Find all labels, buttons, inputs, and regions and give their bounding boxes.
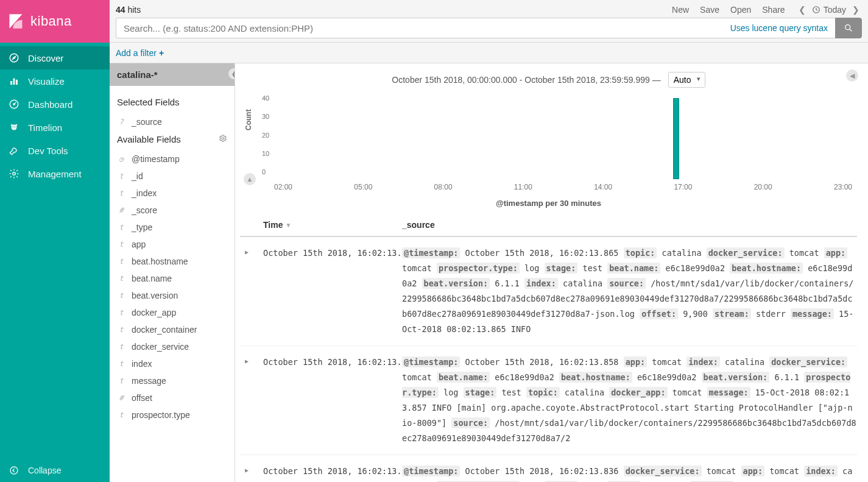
sidebar: kibana DiscoverVisualizeDashboardTimelio… <box>0 0 110 482</box>
add-filter-button[interactable]: Add a filter + <box>116 48 164 58</box>
field-label: offset: <box>640 308 678 319</box>
doc-table: Time ▼ _source ▶ October 15th 2018, 16:0… <box>240 215 857 482</box>
field-label: index: <box>686 356 720 367</box>
field-label: beat.name: <box>607 263 660 274</box>
collapse-fields-icon[interactable]: ❮ <box>228 68 235 79</box>
search-icon <box>844 23 853 33</box>
index-pattern-header[interactable]: catalina-* ❮ <box>110 63 235 86</box>
row-time: October 15th 2018, 16:02:13.865 <box>263 246 402 337</box>
field-label: index: <box>524 278 558 289</box>
field-app[interactable]: tapp <box>117 236 227 253</box>
nav-item-discover[interactable]: Discover <box>0 46 110 69</box>
time-label: Today <box>824 5 846 15</box>
expand-row-button[interactable]: ▶ <box>245 355 263 446</box>
main: 44 hits NewSaveOpenShare ❮ Today ❯ <box>110 0 868 482</box>
collapse-button[interactable]: Collapse <box>0 459 110 482</box>
field--index[interactable]: t_index <box>117 185 227 202</box>
chart-caption: @timestamp per 30 minutes <box>240 199 857 208</box>
field-label: message: <box>791 308 834 319</box>
doc-row: ▶ October 15th 2018, 16:02:13.865 @times… <box>240 237 857 346</box>
field-label: beat.hostname: <box>730 263 803 274</box>
nav-item-timelion[interactable]: Timelion <box>0 116 110 139</box>
search-input[interactable] <box>124 23 730 34</box>
field-index[interactable]: tindex <box>117 355 227 372</box>
field-offset[interactable]: #offset <box>117 389 227 406</box>
search-hint[interactable]: Uses lucene query syntax <box>730 23 828 33</box>
field-message[interactable]: tmessage <box>117 372 227 389</box>
field-type-icon: t <box>117 189 125 197</box>
svg-rect-4 <box>16 80 18 85</box>
field-label: app: <box>741 466 765 477</box>
fields-settings-button[interactable] <box>219 134 227 144</box>
row-source: @timestamp: October 15th 2018, 16:02:13.… <box>402 355 857 446</box>
field-label: stage: <box>464 387 497 398</box>
collapse-label: Collapse <box>28 466 61 475</box>
time-next-icon[interactable]: ❯ <box>850 5 862 15</box>
expand-row-button[interactable]: ▶ <box>245 246 263 337</box>
field-prospector-type[interactable]: tprospector.type <box>117 406 227 424</box>
field--type[interactable]: t_type <box>117 219 227 236</box>
row-source: @timestamp: October 15th 2018, 16:02:13.… <box>402 464 857 482</box>
action-save[interactable]: Save <box>700 5 719 15</box>
action-open[interactable]: Open <box>730 5 751 15</box>
content: catalina-* ❮ Selected Fields ?_source Av… <box>110 63 868 482</box>
field-type-icon: # <box>117 394 125 402</box>
svg-line-16 <box>850 29 852 32</box>
nav-item-dashboard[interactable]: Dashboard <box>0 93 110 116</box>
bar-chart-icon <box>9 76 19 87</box>
search-button[interactable] <box>835 18 862 38</box>
histogram-chart[interactable]: Count 02:0005:0008:0011:0014:0017:0020:0… <box>255 93 857 196</box>
field-beat-hostname[interactable]: tbeat.hostname <box>117 253 227 270</box>
x-tick: 23:00 <box>834 183 852 191</box>
nav-item-visualize[interactable]: Visualize <box>0 69 110 93</box>
expand-row-button[interactable]: ▶ <box>245 464 263 482</box>
field-type-icon: t <box>117 411 125 419</box>
interval-select[interactable]: Auto <box>668 72 705 88</box>
searchbar: Uses lucene query syntax <box>116 18 862 38</box>
gear-icon <box>219 134 227 143</box>
field-label: beat.version: <box>422 278 490 289</box>
clock-icon[interactable]: Today <box>812 5 846 15</box>
topbar: 44 hits NewSaveOpenShare ❮ Today ❯ <box>110 0 868 43</box>
field-beat-name[interactable]: tbeat.name <box>117 270 227 287</box>
field-type-icon: t <box>117 360 125 368</box>
field-docker-container[interactable]: tdocker_container <box>117 321 227 338</box>
chart-reset-button[interactable]: ◀ <box>846 69 858 82</box>
row-source: @timestamp: October 15th 2018, 16:02:13.… <box>402 246 857 337</box>
row-time: October 15th 2018, 16:02:13.836 <box>263 464 402 482</box>
x-tick: 05:00 <box>354 183 372 191</box>
field-label: @timestamp: <box>402 247 460 258</box>
field-label: source: <box>607 278 646 289</box>
action-share[interactable]: Share <box>762 5 785 15</box>
svg-rect-2 <box>10 81 12 85</box>
field-type-icon: t <box>117 325 125 334</box>
y-tick: 30 <box>262 113 269 120</box>
field-type-icon: t <box>117 342 125 351</box>
nav-item-management[interactable]: Management <box>0 162 110 185</box>
field-label: beat.hostname: <box>559 372 632 383</box>
field-type-icon: t <box>117 240 125 249</box>
field--source[interactable]: ?_source <box>117 113 227 130</box>
time-prev-icon[interactable]: ❮ <box>796 5 808 15</box>
nav-item-dev-tools[interactable]: Dev Tools <box>0 139 110 162</box>
col-time-header[interactable]: Time ▼ <box>263 220 402 230</box>
field-beat-version[interactable]: tbeat.version <box>117 287 227 304</box>
sort-desc-icon: ▼ <box>285 222 291 229</box>
svg-point-11 <box>15 124 17 126</box>
field-label: app: <box>624 356 647 367</box>
index-pattern-name: catalina-* <box>117 69 158 80</box>
field-docker-service[interactable]: tdocker_service <box>117 338 227 355</box>
field--score[interactable]: #_score <box>117 202 227 219</box>
action-new[interactable]: New <box>672 5 689 15</box>
scroll-top-button[interactable]: ▲ <box>244 173 256 185</box>
field-label: @timestamp: <box>402 466 460 477</box>
field-label: docker_service: <box>707 247 785 258</box>
field--timestamp[interactable]: ◷@timestamp <box>117 151 227 168</box>
svg-rect-3 <box>13 79 15 85</box>
col-source-header[interactable]: _source <box>402 220 435 230</box>
brand[interactable]: kibana <box>0 0 110 43</box>
compass-icon <box>9 52 19 63</box>
field-docker-app[interactable]: tdocker_app <box>117 304 227 321</box>
field--id[interactable]: t_id <box>117 168 227 185</box>
histogram-bar[interactable] <box>673 98 679 179</box>
